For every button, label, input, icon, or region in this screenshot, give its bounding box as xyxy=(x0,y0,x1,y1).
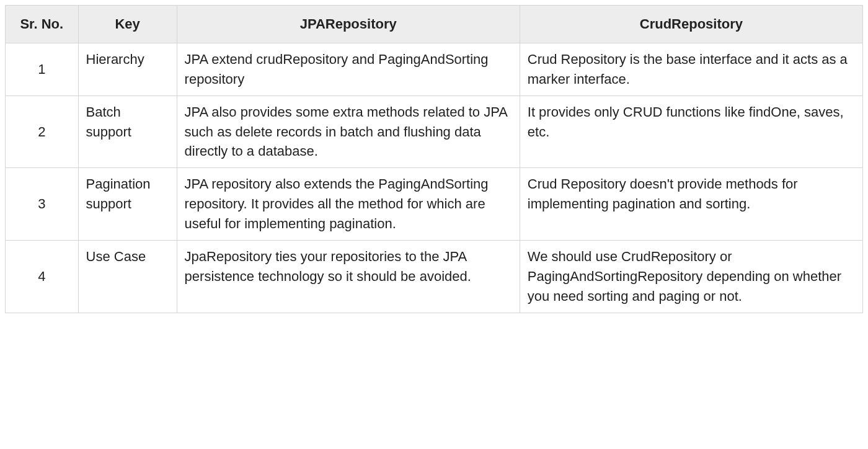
cell-crud: Crud Repository is the base interface an… xyxy=(520,43,862,96)
header-sr: Sr. No. xyxy=(6,6,79,43)
cell-key: Batch support xyxy=(78,96,177,168)
table-body: 1 Hierarchy JPA extend crudRepository an… xyxy=(6,43,863,313)
cell-sr: 1 xyxy=(6,43,79,96)
table-header-row: Sr. No. Key JPARepository CrudRepository xyxy=(6,6,863,43)
cell-key: Hierarchy xyxy=(78,43,177,96)
cell-crud: Crud Repository doesn't provide methods … xyxy=(520,168,862,241)
cell-crud: We should use CrudRepository or PagingAn… xyxy=(520,241,862,313)
cell-jpa: JpaRepository ties your repositories to … xyxy=(177,241,520,313)
table-row: 3 Pagination support JPA repository also… xyxy=(6,168,863,241)
header-jpa: JPARepository xyxy=(177,6,520,43)
cell-sr: 3 xyxy=(6,168,79,241)
cell-jpa: JPA repository also extends the PagingAn… xyxy=(177,168,520,241)
cell-key: Use Case xyxy=(78,241,177,313)
cell-key: Pagination support xyxy=(78,168,177,241)
cell-sr: 2 xyxy=(6,96,79,168)
table-row: 2 Batch support JPA also provides some e… xyxy=(6,96,863,168)
comparison-table: Sr. No. Key JPARepository CrudRepository… xyxy=(5,5,863,313)
cell-jpa: JPA also provides some extra methods rel… xyxy=(177,96,520,168)
cell-sr: 4 xyxy=(6,241,79,313)
cell-crud: It provides only CRUD functions like fin… xyxy=(520,96,862,168)
header-crud: CrudRepository xyxy=(520,6,862,43)
header-key: Key xyxy=(78,6,177,43)
table-row: 1 Hierarchy JPA extend crudRepository an… xyxy=(6,43,863,96)
table-header: Sr. No. Key JPARepository CrudRepository xyxy=(6,6,863,43)
table-row: 4 Use Case JpaRepository ties your repos… xyxy=(6,241,863,313)
cell-jpa: JPA extend crudRepository and PagingAndS… xyxy=(177,43,520,96)
